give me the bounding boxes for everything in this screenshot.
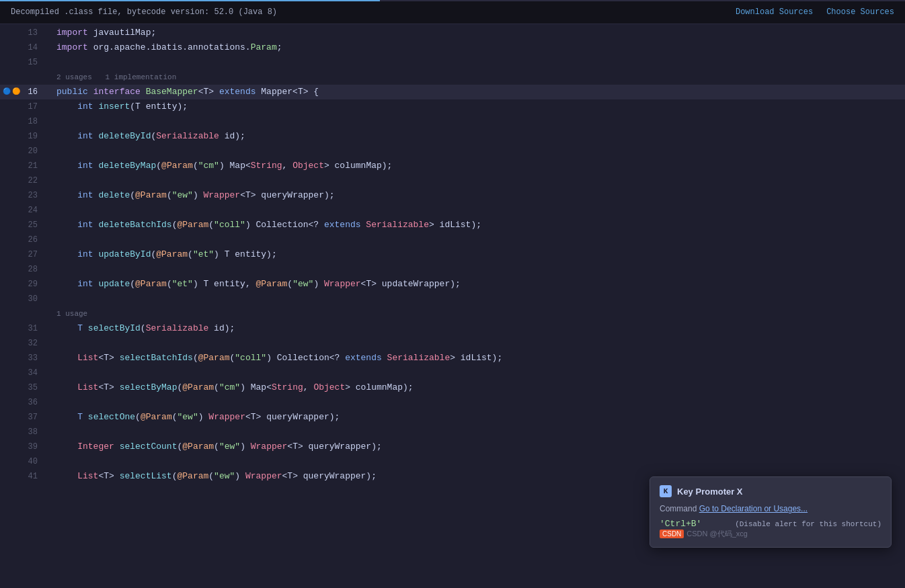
table-row: 19 int deleteById(Serializable id);: [0, 129, 905, 144]
line-number-39: 39: [0, 439, 48, 454]
line-number-meta2: [0, 306, 48, 321]
line-content-29: int update(@Param("et") T entity, @Param…: [48, 277, 905, 292]
line-number-25: 25: [0, 218, 48, 233]
line-content-33: List<T> selectBatchIds(@Param("coll") Co…: [48, 351, 905, 366]
line-number-35: 35: [0, 380, 48, 395]
table-row: 29 int update(@Param("et") T entity, @Pa…: [0, 277, 905, 292]
line-content-15: [48, 55, 905, 70]
popup-body-prefix: Command: [660, 504, 699, 513]
progress-fill: [0, 0, 380, 1]
line-content-25: int deleteBatchIds(@Param("coll") Collec…: [48, 218, 905, 233]
line-number-20: 20: [0, 144, 48, 159]
line-number-26: 26: [0, 233, 48, 247]
line-number-meta: [0, 70, 48, 85]
branding-text: CSDN @代码_xcg: [686, 529, 748, 539]
line-number-17: 17: [0, 99, 48, 114]
line-content-14: import org.apache.ibatis.annotations.Par…: [48, 40, 905, 55]
choose-sources-link[interactable]: Choose Sources: [826, 7, 894, 17]
line-number-32: 32: [0, 336, 48, 351]
meta-line-31: 1 usage: [0, 306, 905, 321]
table-row: 20: [0, 144, 905, 159]
line-content-26: [48, 233, 905, 247]
line-content-36: [48, 395, 905, 410]
table-row: 33 List<T> selectBatchIds(@Param("coll")…: [0, 351, 905, 366]
line-icons-16: 🔵 🟠: [0, 85, 20, 99]
line-content-39: Integer selectCount(@Param("ew") Wrapper…: [48, 439, 905, 454]
line-content-18: [48, 114, 905, 129]
table-row: 27 int updateById(@Param("et") T entity)…: [0, 247, 905, 262]
line-number-24: 24: [0, 203, 48, 218]
line-content-22: [48, 173, 905, 188]
popup-shortcut: 'Ctrl+B': [660, 519, 701, 529]
line-content-17: int insert(T entity);: [48, 99, 905, 114]
popup-disable-link[interactable]: (Disable alert for this shortcut): [735, 520, 881, 528]
table-row: 26: [0, 233, 905, 247]
line-number-31: 31: [0, 321, 48, 336]
popup-declaration-link[interactable]: Go to Declaration or Usages...: [699, 504, 808, 513]
table-row: 15: [0, 55, 905, 70]
line-content-28: [48, 262, 905, 277]
table-row: 39 Integer selectCount(@Param("ew") Wrap…: [0, 439, 905, 454]
file-title: Decompiled .class file, bytecode version…: [11, 7, 736, 17]
csdn-badge: CSDN: [660, 530, 684, 538]
table-row: 18: [0, 114, 905, 129]
line-number-41: 41: [0, 469, 48, 484]
progress-bar: [0, 0, 905, 1]
key-promoter-popup: K Key Promoter X Command Go to Declarati…: [650, 476, 892, 548]
table-row: 25 int deleteBatchIds(@Param("coll") Col…: [0, 218, 905, 233]
usage-meta2: 1 usage: [48, 306, 905, 321]
override-icon: 🟠: [12, 85, 20, 99]
popup-branding: CSDN CSDN @代码_xcg: [660, 529, 881, 539]
line-number-33: 33: [0, 351, 48, 366]
usages-meta: 2 usages 1 implementation: [48, 70, 905, 85]
key-promoter-icon: K: [660, 485, 672, 497]
implement-icon: 🔵: [3, 85, 11, 99]
table-row: 28: [0, 262, 905, 277]
line-number-36: 36: [0, 395, 48, 410]
line-content-16: public interface BaseMapper<T> extends M…: [48, 85, 905, 99]
popup-title: Key Promoter X: [677, 487, 743, 497]
table-row: 22: [0, 173, 905, 188]
line-number-40: 40: [0, 454, 48, 469]
line-content-37: T selectOne(@Param("ew") Wrapper<T> quer…: [48, 410, 905, 425]
table-row: 40: [0, 454, 905, 469]
line-number-19: 19: [0, 129, 48, 144]
table-row: 17 int insert(T entity);: [0, 99, 905, 114]
line-content-13: import javautilMap;: [48, 26, 905, 40]
line-content-21: int deleteByMap(@Param("cm") Map<String,…: [48, 159, 905, 173]
line-number-34: 34: [0, 366, 48, 380]
table-row: 24: [0, 203, 905, 218]
line-number-13: 13: [0, 26, 48, 40]
line-number-22: 22: [0, 173, 48, 188]
line-number-30: 30: [0, 292, 48, 306]
line-content-20: [48, 144, 905, 159]
line-content-38: [48, 425, 905, 439]
table-row: 🔵 🟠 16 public interface BaseMapper<T> ex…: [0, 85, 905, 99]
line-content-31: T selectById(Serializable id);: [48, 321, 905, 336]
table-row: 38: [0, 425, 905, 439]
line-content-23: int delete(@Param("ew") Wrapper<T> query…: [48, 188, 905, 203]
table-row: 37 T selectOne(@Param("ew") Wrapper<T> q…: [0, 410, 905, 425]
line-number-23: 23: [0, 188, 48, 203]
line-number-21: 21: [0, 159, 48, 173]
line-number-18: 18: [0, 114, 48, 129]
line-content-24: [48, 203, 905, 218]
line-number-27: 27: [0, 247, 48, 262]
line-content-40: [48, 454, 905, 469]
line-number-14: 14: [0, 40, 48, 55]
line-number-28: 28: [0, 262, 48, 277]
download-sources-link[interactable]: Download Sources: [736, 7, 813, 17]
table-row: 32: [0, 336, 905, 351]
table-row: 31 T selectById(Serializable id);: [0, 321, 905, 336]
table-row: 21 int deleteByMap(@Param("cm") Map<Stri…: [0, 159, 905, 173]
meta-line-16: 2 usages 1 implementation: [0, 70, 905, 85]
top-bar: Decompiled .class file, bytecode version…: [0, 0, 905, 24]
line-content-35: List<T> selectByMap(@Param("cm") Map<Str…: [48, 380, 905, 395]
line-content-19: int deleteById(Serializable id);: [48, 129, 905, 144]
popup-body: Command Go to Declaration or Usages...: [660, 503, 881, 515]
popup-footer: 'Ctrl+B' (Disable alert for this shortcu…: [660, 519, 881, 529]
table-row: 23 int delete(@Param("ew") Wrapper<T> qu…: [0, 188, 905, 203]
line-number-16: 🔵 🟠 16: [0, 85, 48, 99]
line-content-27: int updateById(@Param("et") T entity);: [48, 247, 905, 262]
popup-header: K Key Promoter X: [660, 485, 881, 497]
